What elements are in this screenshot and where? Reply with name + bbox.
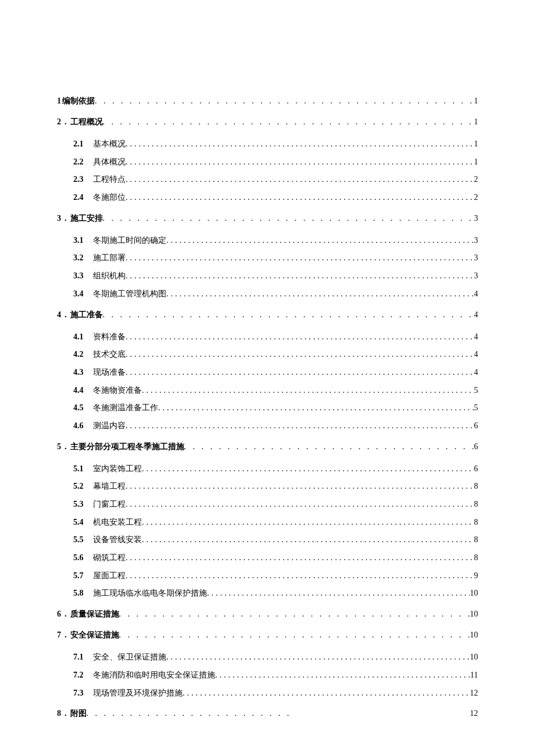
toc-level2-entry[interactable]: 3.4冬期施工管理机构图............................… bbox=[57, 288, 478, 300]
toc-level2-entry[interactable]: 5.2幕墙工程.................................… bbox=[57, 480, 478, 493]
toc-page-number: 2 bbox=[474, 191, 478, 204]
toc-title: 幕墙工程 bbox=[93, 480, 126, 493]
toc-number: 4 bbox=[57, 310, 61, 320]
toc-level2-entry[interactable]: 5.7屋面工程.................................… bbox=[57, 569, 478, 582]
toc-level2-entry[interactable]: 7.3现场管理及环境保护措施..........................… bbox=[57, 687, 478, 700]
toc-number: 5.5 bbox=[73, 533, 86, 546]
toc-number: 7.3 bbox=[73, 687, 86, 700]
toc-level2-entry[interactable]: 3.3组织机构.................................… bbox=[57, 270, 478, 282]
toc-page-number: 10 bbox=[470, 610, 478, 619]
toc-level2-entry[interactable]: 3.1冬期施工时间的确定............................… bbox=[57, 234, 478, 247]
toc-title: 施工现场临水临电冬期保护措施 bbox=[93, 587, 207, 600]
toc-title: 工程概况 bbox=[70, 117, 103, 127]
toc-page-number: 4 bbox=[474, 288, 478, 300]
toc-level2-entry[interactable]: 7.1安全、保卫保证措施............................… bbox=[57, 651, 478, 664]
toc-section: 5.主要分部分项工程冬季施工措施. . . . . . . . . . . . … bbox=[57, 442, 478, 600]
toc-level2-entry[interactable]: 5.3门窗工程.................................… bbox=[57, 498, 478, 511]
toc-leader-dots: ........................................… bbox=[126, 156, 474, 169]
toc-leader-dots: ........................................… bbox=[126, 348, 474, 361]
toc-page-number: 11 bbox=[470, 669, 478, 682]
toc-page-number: 12 bbox=[470, 709, 478, 718]
toc-page-number: 3 bbox=[474, 252, 478, 264]
toc-sub-group: 2.1基本概况.................................… bbox=[57, 138, 478, 204]
table-of-contents: 1编制依据. . . . . . . . . . . . . . . . . .… bbox=[57, 96, 478, 719]
toc-level2-entry[interactable]: 2.4冬施部位.................................… bbox=[57, 191, 478, 204]
toc-level2-entry[interactable]: 4.1资料准备.................................… bbox=[57, 331, 478, 343]
toc-level1-entry[interactable]: 1编制依据. . . . . . . . . . . . . . . . . .… bbox=[57, 96, 478, 106]
toc-number: 4.4 bbox=[73, 384, 86, 397]
toc-number: 8 bbox=[57, 709, 61, 718]
toc-level1-entry[interactable]: 8.附图. . . . . . . . . . . . . . . . . . … bbox=[57, 708, 478, 719]
toc-page-number: 10 bbox=[470, 587, 478, 600]
toc-level2-entry[interactable]: 2.1基本概况.................................… bbox=[57, 138, 478, 151]
toc-page-number: 5 bbox=[474, 384, 478, 397]
toc-level2-entry[interactable]: 5.5设备管线安装...............................… bbox=[57, 533, 478, 546]
toc-level2-entry[interactable]: 5.4机电安装工程...............................… bbox=[57, 516, 478, 529]
toc-level1-entry[interactable]: 4.施工准备. . . . . . . . . . . . . . . . . … bbox=[57, 310, 478, 320]
toc-leader-dots: ........................................… bbox=[207, 587, 470, 600]
toc-level1-entry[interactable]: 7.安全保证措施. . . . . . . . . . . . . . . . … bbox=[57, 630, 478, 640]
toc-title: 施工安排 bbox=[70, 213, 103, 224]
toc-leader-dots: . . . . . . . . . . . . . . . . . . . . … bbox=[103, 117, 475, 127]
toc-page-number: 6 bbox=[474, 463, 478, 475]
toc-leader-dots: ........................................… bbox=[126, 191, 474, 204]
toc-number: 5.3 bbox=[73, 498, 86, 511]
toc-level2-entry[interactable]: 4.5冬施测温准备工作.............................… bbox=[57, 402, 478, 414]
toc-number: 7.1 bbox=[73, 651, 86, 664]
toc-number: 5.2 bbox=[73, 480, 86, 493]
toc-page-number: 3 bbox=[474, 234, 478, 247]
toc-leader-dots: ........................................… bbox=[126, 270, 474, 282]
toc-page-number: 8 bbox=[474, 533, 478, 546]
toc-level2-entry[interactable]: 4.6测温内容.................................… bbox=[57, 420, 478, 432]
toc-level2-entry[interactable]: 4.3现场准备.................................… bbox=[57, 366, 478, 379]
toc-leader-dots: . . . . . . . . . . . . . . . . . . . . … bbox=[95, 96, 474, 106]
toc-leader-dots: ........................................… bbox=[215, 669, 470, 682]
toc-section: 1编制依据. . . . . . . . . . . . . . . . . .… bbox=[57, 96, 478, 106]
toc-number: 3 bbox=[57, 214, 61, 223]
toc-page-number: 8 bbox=[474, 516, 478, 529]
toc-leader-dots: . . . . . . . . . . . . . . . . . . . . … bbox=[184, 442, 475, 452]
toc-number: 5.6 bbox=[73, 551, 86, 564]
toc-level2-entry[interactable]: 4.4冬施物资准备...............................… bbox=[57, 384, 478, 397]
toc-number: 4.3 bbox=[73, 366, 86, 379]
toc-title: 施工部署 bbox=[93, 252, 126, 264]
toc-level1-entry[interactable]: 5.主要分部分项工程冬季施工措施. . . . . . . . . . . . … bbox=[57, 442, 478, 452]
toc-level2-entry[interactable]: 4.2技术交底.................................… bbox=[57, 348, 478, 361]
toc-leader-dots: ........................................… bbox=[142, 384, 474, 397]
toc-leader-dots: ........................................… bbox=[126, 331, 474, 343]
toc-leader-dots: . . . . . . . . . . . . . . . . . . . . … bbox=[103, 310, 475, 320]
toc-number: 5.1 bbox=[73, 463, 86, 475]
toc-page-number: 3 bbox=[474, 270, 478, 282]
toc-title: 组织机构 bbox=[93, 270, 126, 282]
toc-leader-dots: ........................................… bbox=[166, 234, 474, 247]
toc-level2-entry[interactable]: 2.2具体概况.................................… bbox=[57, 156, 478, 169]
toc-number: 5.4 bbox=[73, 516, 86, 529]
toc-level2-entry[interactable]: 5.8施工现场临水临电冬期保护措施.......................… bbox=[57, 587, 478, 600]
toc-page-number: 9 bbox=[474, 569, 478, 582]
toc-title: 主要分部分项工程冬季施工措施 bbox=[70, 442, 184, 452]
toc-page-number: 10 bbox=[470, 651, 478, 664]
toc-title: 工程特点 bbox=[93, 173, 126, 186]
toc-leader-dots: ........................................… bbox=[126, 551, 474, 564]
toc-leader-dots: . . . . . . . . . . . . . . . . . . . . … bbox=[103, 214, 475, 223]
toc-sub-group: 5.1室内装饰工程...............................… bbox=[57, 463, 478, 600]
toc-level2-entry[interactable]: 2.3工程特点.................................… bbox=[57, 173, 478, 186]
toc-level1-entry[interactable]: 6.质量保证措施. . . . . . . . . . . . . . . . … bbox=[57, 609, 478, 619]
toc-number: 1 bbox=[57, 96, 61, 106]
toc-level1-entry[interactable]: 2.工程概况. . . . . . . . . . . . . . . . . … bbox=[57, 117, 478, 127]
toc-level2-entry[interactable]: 3.2施工部署.................................… bbox=[57, 252, 478, 264]
toc-level2-entry[interactable]: 7.2冬施消防和临时用电安全保证措施......................… bbox=[57, 669, 478, 682]
toc-level2-entry[interactable]: 5.6砌筑工程.................................… bbox=[57, 551, 478, 564]
toc-number: 6 bbox=[57, 610, 61, 619]
toc-leader-dots: ........................................… bbox=[142, 463, 474, 475]
toc-title: 门窗工程 bbox=[93, 498, 126, 511]
toc-leader-dots: . . . . . . . . . . . . . . . . . . . . … bbox=[119, 630, 470, 640]
toc-level2-entry[interactable]: 5.1室内装饰工程...............................… bbox=[57, 463, 478, 475]
toc-dot-sep: . bbox=[65, 709, 67, 718]
toc-title: 现场准备 bbox=[93, 366, 126, 379]
toc-page-number: 8 bbox=[474, 551, 478, 564]
toc-leader-dots: ........................................… bbox=[126, 569, 474, 582]
toc-level1-entry[interactable]: 3.施工安排. . . . . . . . . . . . . . . . . … bbox=[57, 213, 478, 224]
toc-page-number: 4 bbox=[474, 310, 478, 320]
toc-sub-group: 7.1安全、保卫保证措施............................… bbox=[57, 651, 478, 699]
